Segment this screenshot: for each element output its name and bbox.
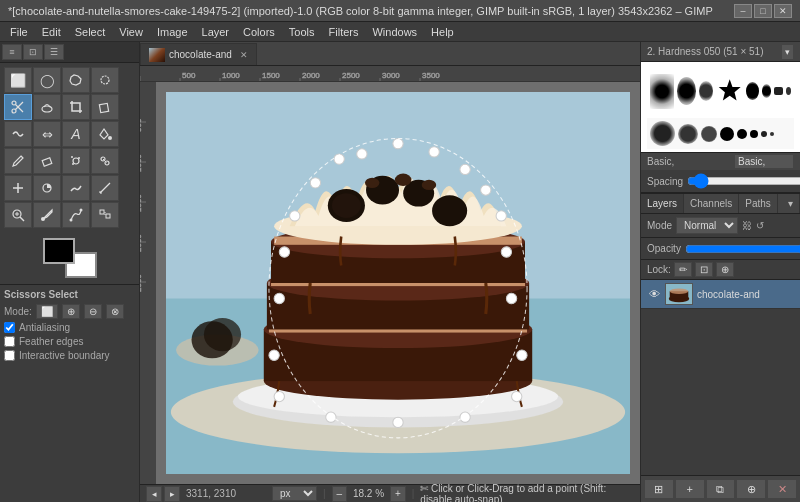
brush-large-soft[interactable] [650, 74, 674, 109]
lock-alpha-btn[interactable]: ⊕ [716, 262, 734, 277]
interactive-boundary-checkbox[interactable] [4, 350, 15, 361]
foreground-color-swatch[interactable] [43, 238, 75, 264]
tool-transform[interactable] [91, 94, 119, 120]
tool-free-select[interactable] [62, 67, 90, 93]
new-layer-btn[interactable]: + [675, 479, 705, 499]
nav-next[interactable]: ▸ [164, 486, 180, 502]
tool-tab-3[interactable]: ☰ [44, 44, 64, 60]
tool-airbrush[interactable] [62, 148, 90, 174]
brush-preset-input[interactable] [734, 154, 794, 169]
menu-edit[interactable]: Edit [36, 24, 67, 40]
lock-position-btn[interactable]: ⊡ [695, 262, 713, 277]
svg-text:500: 500 [140, 118, 143, 132]
lock-pixel-btn[interactable]: ✏ [674, 262, 692, 277]
tool-foreground-select[interactable] [33, 94, 61, 120]
layer-eye-icon[interactable]: 👁 [647, 287, 661, 301]
menu-select[interactable]: Select [69, 24, 112, 40]
svg-point-109 [670, 288, 689, 294]
brush-medium-soft[interactable] [677, 77, 696, 105]
tool-smudge[interactable] [62, 175, 90, 201]
menu-file[interactable]: File [4, 24, 34, 40]
brush-round[interactable] [746, 82, 758, 100]
swatch-area[interactable] [43, 238, 97, 278]
delete-layer-btn[interactable]: ✕ [767, 479, 797, 499]
tool-crop[interactable] [62, 94, 90, 120]
menu-layer[interactable]: Layer [196, 24, 236, 40]
feather-edges-checkbox[interactable] [4, 336, 15, 347]
brush2-8[interactable] [770, 132, 774, 136]
brush-dot[interactable] [786, 87, 791, 95]
layer-item-0[interactable]: 👁 chocolate-and [641, 280, 800, 309]
brush-star[interactable] [716, 71, 743, 111]
brush2-1[interactable] [650, 121, 675, 146]
layers-mode-select[interactable]: Normal Multiply Screen [676, 217, 738, 234]
tool-align[interactable] [91, 202, 119, 228]
brush2-2[interactable] [678, 124, 698, 144]
nav-prev[interactable]: ◂ [146, 486, 162, 502]
tab-panel-options[interactable]: ▾ [782, 194, 800, 213]
tool-dodge-burn[interactable] [33, 175, 61, 201]
tool-color-picker[interactable] [33, 202, 61, 228]
tool-measure[interactable] [91, 175, 119, 201]
tool-scissors-select[interactable] [4, 94, 32, 120]
statusbar: ◂ ▸ 3311, 2310 px mm in | – 18.2 % + | ✄… [140, 484, 640, 502]
statusbar-unit-select[interactable]: px mm in [272, 486, 317, 501]
brush-small-soft[interactable] [699, 81, 713, 101]
brush2-6[interactable] [750, 130, 758, 138]
tool-tab-1[interactable]: ≡ [2, 44, 22, 60]
new-layer-group-btn[interactable]: ⊞ [644, 479, 674, 499]
image-tab-1[interactable]: chocolate-and ✕ [140, 43, 257, 65]
tool-rectangle-select[interactable]: ⬜ [4, 67, 32, 93]
tool-heal[interactable] [4, 175, 32, 201]
menu-view[interactable]: View [113, 24, 149, 40]
brush-flat[interactable] [774, 87, 782, 95]
main-layout: ≡ ⊡ ☰ ⬜ ◯ [0, 42, 800, 502]
antialiasing-checkbox[interactable] [4, 322, 15, 333]
brush2-4[interactable] [720, 127, 734, 141]
brush2-5[interactable] [737, 129, 747, 139]
canvas-scroll[interactable] [156, 82, 640, 484]
tab-paths[interactable]: Paths [739, 194, 778, 213]
tool-text[interactable]: A [62, 121, 90, 147]
menu-colors[interactable]: Colors [237, 24, 281, 40]
tool-paintbrush[interactable] [4, 148, 32, 174]
menu-tools[interactable]: Tools [283, 24, 321, 40]
brush-round-sm[interactable] [762, 84, 772, 98]
tool-ellipse-select[interactable]: ◯ [33, 67, 61, 93]
svg-rect-28 [106, 214, 110, 218]
mode-subtract[interactable]: ⊖ [84, 304, 102, 319]
tool-tab-2[interactable]: ⊡ [23, 44, 43, 60]
tab-layers[interactable]: Layers [641, 194, 684, 213]
tab-channels[interactable]: Channels [684, 194, 739, 213]
chain-icon[interactable]: ⛓ [742, 220, 752, 231]
menu-filters[interactable]: Filters [323, 24, 365, 40]
menu-windows[interactable]: Windows [366, 24, 423, 40]
mode-intersect[interactable]: ⊗ [106, 304, 124, 319]
brush-panel-collapse[interactable]: ▾ [781, 44, 794, 60]
copy-layer-btn[interactable]: ⧉ [706, 479, 736, 499]
spacing-slider[interactable] [687, 175, 800, 187]
merge-layer-btn[interactable]: ⊕ [736, 479, 766, 499]
tool-warp[interactable] [4, 121, 32, 147]
brush2-7[interactable] [761, 131, 767, 137]
tool-fuzzy-select[interactable] [91, 67, 119, 93]
tool-flip[interactable]: ⇔ [33, 121, 61, 147]
maximize-button[interactable]: □ [754, 4, 772, 18]
tool-eraser[interactable] [33, 148, 61, 174]
menu-image[interactable]: Image [151, 24, 194, 40]
tool-bucket-fill[interactable] [91, 121, 119, 147]
mode-replace[interactable]: ⬜ [36, 304, 58, 319]
menu-help[interactable]: Help [425, 24, 460, 40]
mode-add[interactable]: ⊕ [62, 304, 80, 319]
tool-zoom[interactable] [4, 202, 32, 228]
brush2-3[interactable] [701, 126, 717, 142]
tool-path[interactable] [62, 202, 90, 228]
close-button[interactable]: ✕ [774, 4, 792, 18]
minimize-button[interactable]: – [734, 4, 752, 18]
tab-close-icon[interactable]: ✕ [240, 50, 248, 60]
reset-icon[interactable]: ↺ [756, 220, 764, 231]
zoom-out-btn[interactable]: – [332, 486, 348, 502]
opacity-slider[interactable] [685, 243, 800, 255]
tool-clone[interactable] [91, 148, 119, 174]
zoom-in-btn[interactable]: + [390, 486, 406, 502]
